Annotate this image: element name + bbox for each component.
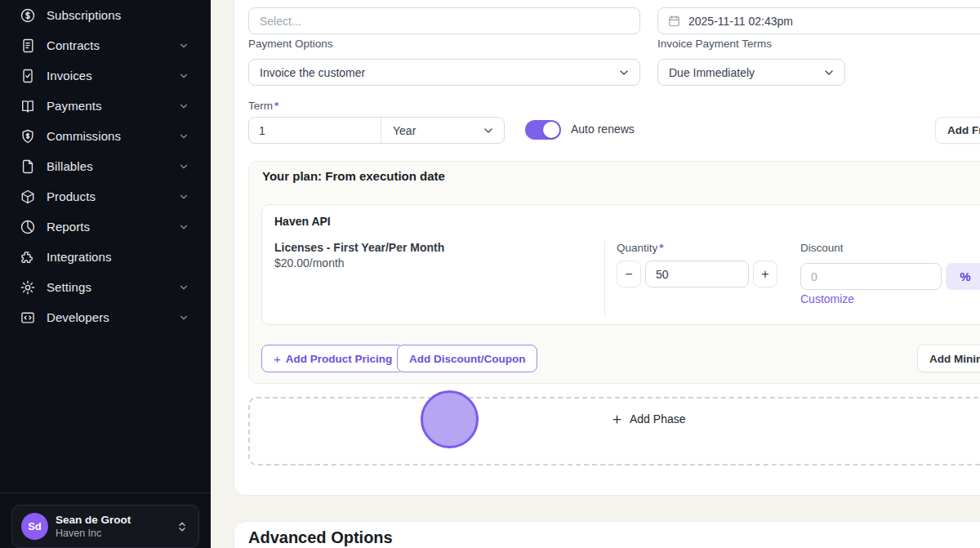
- toggle-knob: [543, 122, 559, 138]
- avatar: Sd: [21, 513, 48, 540]
- sidebar-item-developers[interactable]: Developers: [0, 302, 211, 332]
- chevron-down-icon[interactable]: [178, 221, 189, 233]
- add-phase-label: Add Phase: [630, 412, 686, 425]
- auto-renews-label: Auto renews: [571, 123, 635, 136]
- add-discount-coupon-label: Add Discount/Coupon: [409, 353, 525, 365]
- subscriptions-icon: [20, 7, 36, 24]
- pricing-price: $20.00/month: [274, 256, 345, 270]
- sidebar-item-label: Developers: [47, 310, 109, 324]
- start-date-value: 2025-11-11 02:43pm: [688, 15, 793, 28]
- customize-link[interactable]: Customize: [800, 292, 854, 305]
- sidebar-item-contracts[interactable]: Contracts: [0, 30, 211, 60]
- reports-icon: [20, 219, 36, 235]
- add-product-pricing-label: Add Product Pricing: [286, 353, 393, 365]
- discount-label: Discount: [800, 242, 844, 254]
- invoice-terms-select[interactable]: Due Immediately: [657, 59, 845, 86]
- sidebar-item-invoices[interactable]: Invoices: [0, 60, 211, 91]
- chevron-down-icon[interactable]: [178, 191, 189, 203]
- term-unit-value: Year: [381, 124, 416, 137]
- pricing-name: Licenses - First Year/Per Month: [274, 241, 444, 254]
- required-asterisk: *: [274, 100, 278, 112]
- user-name: Sean de Groot: [56, 514, 131, 527]
- sidebar-item-integrations[interactable]: Integrations: [0, 242, 211, 272]
- chevron-down-icon[interactable]: [178, 40, 189, 51]
- chevron-down-icon[interactable]: [178, 131, 189, 142]
- add-free-trial-button[interactable]: Add Free Trial: [935, 117, 980, 144]
- quantity-label: Quantity*: [617, 242, 664, 254]
- sidebar-item-label: Integrations: [47, 250, 112, 264]
- user-menu[interactable]: Sd Sean de Groot Haven Inc: [11, 505, 199, 548]
- term-label: Term*: [248, 100, 278, 112]
- term-unit-select[interactable]: Year: [381, 118, 504, 143]
- chevron-up-down-icon: [176, 520, 189, 533]
- drag-cursor-circle: [421, 390, 479, 448]
- main-content: Customer Select... Start Date 2025-11-11…: [211, 0, 980, 548]
- chevron-down-icon: [822, 66, 835, 79]
- sidebar-nav: Subscriptions Contracts Invoices: [0, 0, 211, 332]
- payment-options-label: Payment Options: [248, 38, 333, 50]
- sidebar-item-settings[interactable]: Settings: [0, 272, 211, 302]
- start-date-label: Start Date: [657, 0, 707, 2]
- term-input[interactable]: [249, 118, 381, 143]
- payments-icon: [20, 98, 36, 114]
- start-date-input[interactable]: 2025-11-11 02:43pm: [657, 7, 980, 34]
- sidebar-item-reports[interactable]: Reports: [0, 212, 211, 242]
- sidebar-item-label: Billables: [47, 159, 93, 173]
- sidebar-item-subscriptions[interactable]: Subscriptions: [0, 0, 211, 30]
- sidebar-item-payments[interactable]: Payments: [0, 91, 211, 121]
- discount-input[interactable]: [801, 264, 941, 289]
- sidebar-item-commissions[interactable]: Commissions: [0, 121, 211, 151]
- invoice-terms-label: Invoice Payment Terms: [657, 38, 772, 50]
- settings-icon: [20, 279, 36, 296]
- sidebar-item-label: Reports: [47, 220, 90, 234]
- sidebar-item-label: Products: [47, 189, 96, 203]
- add-phase-dropzone[interactable]: [248, 397, 980, 466]
- add-phase-button[interactable]: Add Phase: [611, 412, 686, 425]
- term-field-group: Year: [248, 117, 505, 144]
- advanced-options-panel: Advanced Options: [234, 522, 980, 548]
- add-product-pricing-button[interactable]: + Add Product Pricing: [261, 345, 404, 372]
- customer-select[interactable]: Select...: [248, 7, 640, 34]
- sidebar-spacer: [0, 332, 211, 492]
- chevron-down-icon[interactable]: [178, 312, 189, 323]
- sidebar-item-label: Settings: [47, 280, 91, 294]
- customer-label: Customer: [248, 0, 296, 2]
- term-number-field[interactable]: [249, 118, 381, 143]
- invoices-icon: [20, 68, 36, 84]
- sidebar-item-billables[interactable]: Billables: [0, 151, 211, 181]
- discount-field: [800, 263, 942, 290]
- quantity-input[interactable]: [646, 261, 748, 287]
- user-info: Sean de Groot Haven Inc: [56, 514, 131, 540]
- required-asterisk: *: [659, 242, 663, 254]
- chevron-down-icon[interactable]: [178, 70, 189, 82]
- chevron-down-icon[interactable]: [178, 161, 189, 172]
- billables-icon: [20, 158, 36, 175]
- chevron-down-icon[interactable]: [178, 282, 189, 293]
- product-card: Haven API Licenses - First Year/Per Mont…: [261, 204, 980, 325]
- payment-options-select[interactable]: Invoice the customer: [248, 59, 640, 86]
- sidebar-item-products[interactable]: Products: [0, 181, 211, 212]
- plan-title: Your plan: From execution date: [262, 169, 445, 183]
- plus-icon: +: [274, 353, 281, 365]
- auto-renews-toggle[interactable]: [525, 120, 561, 140]
- quantity-increment-button[interactable]: +: [753, 261, 777, 287]
- chevron-down-icon[interactable]: [178, 100, 189, 112]
- sidebar-item-label: Payments: [47, 99, 102, 113]
- commissions-icon: [20, 128, 36, 145]
- sidebar-item-label: Contracts: [47, 38, 100, 52]
- discount-percent-button[interactable]: %: [946, 263, 980, 290]
- sidebar-item-label: Commissions: [47, 129, 121, 143]
- add-discount-coupon-button[interactable]: Add Discount/Coupon: [397, 345, 537, 372]
- sidebar-item-label: Subscriptions: [47, 8, 121, 22]
- quantity-decrement-button[interactable]: −: [617, 261, 641, 287]
- contracts-icon: [20, 38, 36, 54]
- plus-icon: [611, 413, 623, 425]
- chevron-down-icon: [617, 66, 630, 79]
- quantity-field: [645, 261, 749, 287]
- payment-options-value: Invoice the customer: [249, 66, 365, 79]
- chevron-down-icon: [482, 124, 495, 137]
- customer-placeholder: Select...: [249, 15, 301, 28]
- user-organization: Haven Inc: [56, 528, 131, 539]
- integrations-icon: [20, 249, 36, 265]
- add-minimum-button[interactable]: Add Minimum: [917, 345, 980, 372]
